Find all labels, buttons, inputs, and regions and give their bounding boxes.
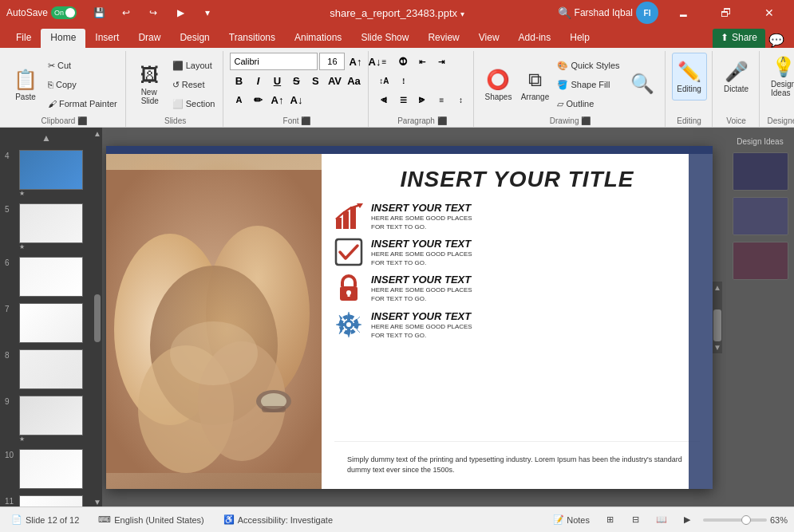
slide-thumb-9[interactable]: 9 ★ [3,394,89,444]
paragraph-expand-icon[interactable]: ⬛ [437,116,447,125]
slide-thumb-10[interactable]: 10 [3,447,89,491]
align-right-button[interactable]: ⫸ [413,91,431,108]
slide-thumb-11[interactable]: 11 [3,494,89,506]
scroll-up-arrow[interactable]: ▲ [712,282,723,294]
search-icon[interactable]: 🔍 [558,6,571,19]
slide-thumb-5[interactable]: 5 ★ [3,202,89,252]
save-button[interactable]: 💾 [88,2,110,24]
arrange-button[interactable]: ⧉ Arrange [517,61,552,108]
tab-help[interactable]: Help [560,29,599,48]
copy-button[interactable]: ⎘Copy [45,76,120,93]
slide-panel-scroll-up[interactable]: ▲ [3,131,89,145]
indent-decrease-button[interactable]: ⇤ [413,53,431,70]
textdir-button[interactable]: ↕A [375,72,393,89]
shape-fill-button[interactable]: 🪣Shape Fill [554,76,622,93]
linespacing-button[interactable]: ↕ [452,91,469,108]
tab-design[interactable]: Design [170,29,219,48]
language-area[interactable]: ⌨ English (United States) [93,513,209,526]
design-thumb-2[interactable] [733,197,788,235]
numbering-button[interactable]: ⓵ [394,53,412,70]
underline-button[interactable]: U [268,72,286,89]
paste-button[interactable]: 📋 Paste [8,61,43,108]
zoom-slider[interactable] [703,518,767,522]
shadow-button[interactable]: S [306,72,324,89]
section-button[interactable]: ⬜Section [169,95,219,112]
tab-transitions[interactable]: Transitions [219,29,285,48]
autosave-toggle[interactable]: On [51,6,77,19]
slide-panel-scrollbar[interactable]: ▲ ▼ [93,128,102,506]
minimize-button[interactable]: 🗕 [665,0,701,26]
close-button[interactable]: ✕ [751,0,788,26]
fontsize-big-button[interactable]: A↑ [268,91,286,108]
slide-thumb-6[interactable]: 6 [3,255,89,298]
slide-thumb-8[interactable]: 8 [3,348,89,391]
shape-outline-button[interactable]: ▱Outline [554,95,622,112]
justify-button[interactable]: ≡ [433,91,450,108]
font-size-box[interactable]: 16 [319,53,345,70]
bullets-button[interactable]: ≡ [375,53,393,70]
font-size-increase-button[interactable]: A↑ [346,53,364,70]
columns-button[interactable]: ⫶ [394,72,412,89]
format-painter-button[interactable]: 🖌Format Painter [45,95,120,112]
comments-button[interactable]: 💬 [765,33,788,48]
reading-view-button[interactable]: 📖 [652,510,671,530]
tab-file[interactable]: File [6,29,41,48]
tab-insert[interactable]: Insert [85,29,128,48]
tab-addins[interactable]: Add-ins [509,29,561,48]
drawing-expand-icon[interactable]: ⬛ [581,116,591,125]
strikethrough-button[interactable]: S [287,72,305,89]
shapes-button[interactable]: ⭕ Shapes [480,61,516,108]
scrollbar-up-arrow[interactable]: ▲ [93,129,101,138]
present-button[interactable]: ▶ [169,2,192,24]
reset-button[interactable]: ↺Reset [169,76,219,93]
align-center-button[interactable]: ☰ [394,91,412,108]
fontsize-small-button[interactable]: A↓ [287,91,305,108]
scroll-thumb-v[interactable] [713,309,721,341]
normal-view-button[interactable]: ⊞ [601,510,620,530]
tab-draw[interactable]: Draw [128,29,170,48]
charspace-button[interactable]: AV [326,72,343,89]
bold-button[interactable]: B [230,72,247,89]
zoom-thumb[interactable] [741,515,751,525]
font-family-box[interactable]: Calibri [230,53,318,70]
main-scrollbar-v[interactable]: ▲ ▼ [713,282,722,353]
scroll-down-arrow[interactable]: ▼ [712,341,723,353]
design-thumb-3[interactable] [733,242,788,280]
font-expand-icon[interactable]: ⬛ [301,116,310,125]
cut-button[interactable]: ✂Cut [45,57,120,74]
tab-view[interactable]: View [469,29,509,48]
accessibility-area[interactable]: ♿ Accessibility: Investigate [219,513,338,526]
editing-button[interactable]: ✏️ Editing [672,53,707,100]
slide-sorter-button[interactable]: ⊟ [626,510,646,530]
tab-review[interactable]: Review [418,29,468,48]
italic-button[interactable]: I [249,72,267,89]
slide-thumb-7[interactable]: 7 [3,301,89,345]
notes-button[interactable]: 📝 Notes [548,513,595,526]
indent-increase-button[interactable]: ⇥ [433,53,450,70]
tab-slideshow[interactable]: Slide Show [351,29,418,48]
tab-animations[interactable]: Animations [285,29,351,48]
search-ribbon-button[interactable]: 🔍 [625,61,660,108]
quick-styles-button[interactable]: 🎨Quick Styles [554,57,622,74]
clipboard-expand-icon[interactable]: ⬛ [77,116,87,125]
scrollbar-thumb[interactable] [94,294,101,342]
layout-button[interactable]: ⬛Layout [169,57,219,74]
ribbon-collapse-button[interactable]: ∧ [775,51,791,67]
redo-button[interactable]: ↪ [142,2,164,24]
main-slide[interactable]: INSERT YOUR TITLE [106,146,713,489]
dictate-button[interactable]: 🎤 Dictate [719,53,754,100]
fontcolor-button[interactable]: A [230,91,247,108]
dropdown-arrow[interactable]: ▾ [460,10,464,18]
slide-thumb-4[interactable]: 4 ★ [3,148,89,199]
tab-home[interactable]: Home [41,29,85,48]
scrollbar-down-arrow[interactable]: ▼ [93,498,101,506]
design-thumb-1[interactable] [733,152,788,191]
highlight-button[interactable]: ✏ [249,91,267,108]
align-left-button[interactable]: ⫷ [375,91,393,108]
slideshow-view-button[interactable]: ▶ [677,510,697,530]
maximize-button[interactable]: 🗗 [708,0,745,26]
undo-button[interactable]: ↩ [115,2,137,24]
share-button[interactable]: ⬆Share [713,29,765,48]
changecase-button[interactable]: Aa [345,72,362,89]
customize-button[interactable]: ▾ [196,2,219,24]
